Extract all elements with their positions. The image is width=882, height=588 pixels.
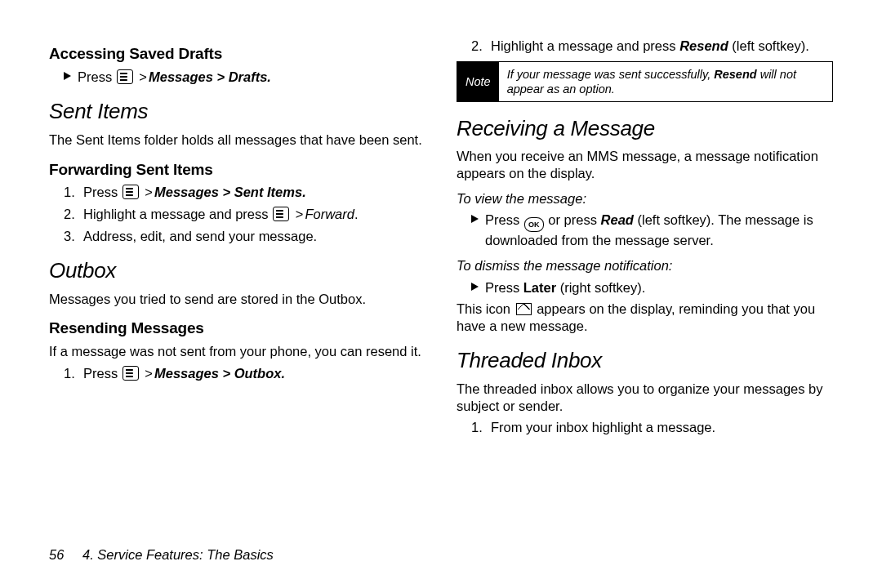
menu-key-icon bbox=[117, 69, 133, 84]
key-label: Resend bbox=[679, 38, 728, 53]
text: or press bbox=[545, 212, 601, 227]
list-number: 3. bbox=[64, 228, 78, 245]
page-footer: 56 4. Service Features: The Basics bbox=[49, 546, 274, 564]
list-number: 2. bbox=[64, 206, 78, 223]
gt-separator: > bbox=[145, 185, 153, 199]
gt-separator: > bbox=[145, 366, 153, 381]
list-text: Press >Messages > Sent Items. bbox=[83, 184, 306, 201]
envelope-icon bbox=[516, 303, 532, 315]
text: Press bbox=[78, 69, 116, 84]
triangle-bullet-icon bbox=[471, 283, 479, 291]
text: (right softkey). bbox=[556, 280, 645, 295]
key-label: Forward bbox=[305, 207, 354, 221]
list-text: Press >Messages > Outbox. bbox=[83, 365, 285, 382]
list-number: 1. bbox=[64, 184, 78, 201]
paragraph: The Sent Items folder holds all messages… bbox=[49, 131, 425, 149]
right-column: 2. Highlight a message and press Resend … bbox=[457, 33, 833, 441]
triangle-bullet-icon bbox=[471, 215, 479, 223]
ordered-list: 1. From your inbox highlight a message. bbox=[471, 419, 833, 436]
subheading-view: To view the message: bbox=[457, 190, 833, 207]
list-text: Address, edit, and send your message. bbox=[83, 228, 317, 245]
gt-separator: > bbox=[296, 207, 304, 221]
key-label: Read bbox=[601, 212, 634, 227]
list-text: Highlight a message and press >Forward. bbox=[83, 206, 358, 223]
heading-threaded-inbox: Threaded Inbox bbox=[457, 347, 833, 374]
ordered-list: 2. Highlight a message and press Resend … bbox=[471, 38, 833, 55]
text: Press bbox=[485, 280, 523, 295]
note-box: Note If your message was sent successful… bbox=[457, 61, 833, 102]
text: Press bbox=[485, 212, 523, 227]
list-item: 2. Highlight a message and press >Forwar… bbox=[64, 206, 425, 223]
note-label: Note bbox=[457, 62, 499, 101]
menu-path: Messages > Drafts. bbox=[149, 69, 271, 84]
list-number: 1. bbox=[64, 365, 78, 382]
note-text: If your message was sent successfully, R… bbox=[499, 62, 832, 101]
subheading-dismiss: To dismiss the message notification: bbox=[457, 257, 833, 274]
menu-path: Messages > Outbox. bbox=[154, 366, 285, 381]
list-item: 3. Address, edit, and send your message. bbox=[64, 228, 425, 245]
heading-forwarding-sent: Forwarding Sent Items bbox=[49, 160, 425, 180]
heading-receiving: Receiving a Message bbox=[457, 115, 833, 142]
footer-title: 4. Service Features: The Basics bbox=[82, 547, 274, 562]
menu-path: Messages > Sent Items. bbox=[154, 185, 306, 199]
columns: Accessing Saved Drafts Press >Messages >… bbox=[49, 33, 833, 441]
list-number: 1. bbox=[471, 419, 486, 436]
key-label: Later bbox=[523, 280, 556, 295]
text: This icon bbox=[457, 301, 514, 316]
heading-resending: Resending Messages bbox=[49, 318, 425, 338]
heading-sent-items: Sent Items bbox=[49, 98, 425, 125]
bullet-text: Press OK or press Read (left softkey). T… bbox=[485, 212, 833, 249]
list-number: 2. bbox=[471, 38, 486, 55]
list-text: From your inbox highlight a message. bbox=[491, 419, 715, 436]
left-column: Accessing Saved Drafts Press >Messages >… bbox=[49, 33, 425, 441]
menu-key-icon bbox=[273, 207, 289, 221]
text: Highlight a message and press bbox=[491, 38, 679, 53]
bullet-item: Press Later (right softkey). bbox=[471, 279, 833, 296]
list-item: 1. Press >Messages > Outbox. bbox=[64, 365, 425, 382]
paragraph: This icon appears on the display, remind… bbox=[457, 301, 833, 334]
text: If your message was sent successfully, bbox=[507, 68, 715, 81]
text: Press bbox=[83, 185, 122, 199]
text: (left softkey). bbox=[728, 38, 809, 53]
paragraph: If a message was not sent from your phon… bbox=[49, 343, 425, 360]
text: Highlight a message and press bbox=[83, 207, 272, 221]
bullet-item: Press >Messages > Drafts. bbox=[64, 69, 425, 86]
menu-key-icon bbox=[122, 185, 139, 199]
triangle-bullet-icon bbox=[64, 72, 71, 80]
paragraph: Messages you tried to send are stored in… bbox=[49, 291, 425, 308]
heading-outbox: Outbox bbox=[49, 257, 425, 284]
list-item: 2. Highlight a message and press Resend … bbox=[471, 38, 833, 55]
ordered-list: 1. Press >Messages > Outbox. bbox=[64, 365, 425, 382]
paragraph: When you receive an MMS message, a messa… bbox=[457, 148, 833, 181]
list-item: 1. From your inbox highlight a message. bbox=[471, 419, 833, 436]
gt-separator: > bbox=[139, 69, 147, 84]
menu-key-icon bbox=[122, 366, 139, 381]
list-text: Highlight a message and press Resend (le… bbox=[491, 38, 809, 55]
text: Press bbox=[83, 366, 122, 381]
ok-key-icon: OK bbox=[524, 217, 544, 232]
page-number: 56 bbox=[49, 547, 64, 562]
heading-accessing-drafts: Accessing Saved Drafts bbox=[49, 44, 425, 64]
bullet-item: Press OK or press Read (left softkey). T… bbox=[471, 212, 833, 249]
bullet-text: Press Later (right softkey). bbox=[485, 279, 645, 296]
paragraph: The threaded inbox allows you to organiz… bbox=[457, 381, 833, 414]
bullet-text: Press >Messages > Drafts. bbox=[78, 69, 271, 86]
text: . bbox=[354, 207, 359, 221]
manual-page: Accessing Saved Drafts Press >Messages >… bbox=[0, 0, 882, 588]
list-item: 1. Press >Messages > Sent Items. bbox=[64, 184, 425, 201]
key-label: Resend bbox=[714, 68, 756, 81]
ordered-list: 1. Press >Messages > Sent Items. 2. High… bbox=[64, 184, 425, 244]
